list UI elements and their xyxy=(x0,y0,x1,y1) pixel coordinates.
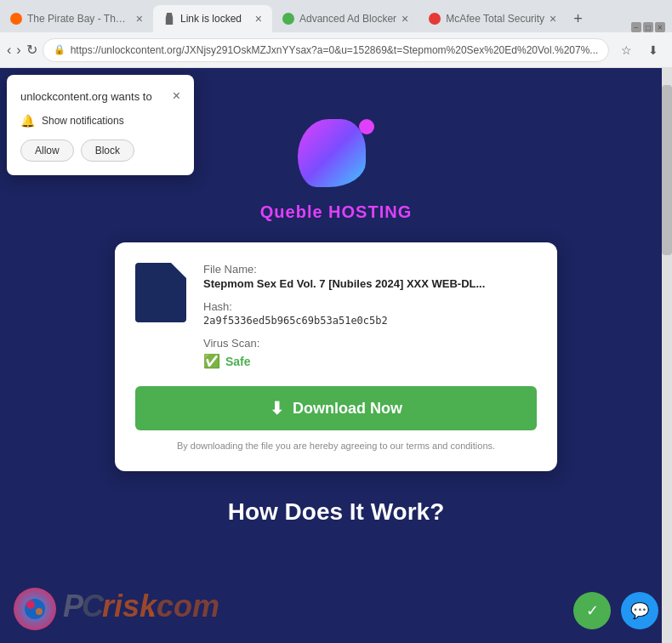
download-label: Download Now xyxy=(293,400,402,418)
notif-title: unlockcontent.org wants to xyxy=(20,90,152,103)
tab-locked[interactable]: Link is locked × xyxy=(153,5,272,32)
file-name-label: File Name: xyxy=(203,263,537,276)
tab-label-mcafee: McAfee Total Security xyxy=(446,13,544,25)
download-arrow-icon: ⬇ xyxy=(270,398,284,418)
logo-area: Queble HOSTING xyxy=(260,119,412,222)
pcrisk-circle-icon xyxy=(14,588,56,630)
safe-text: Safe xyxy=(225,355,251,368)
notif-buttons: Allow Block xyxy=(20,139,180,162)
hash-value: 2a9f5336ed5b965c69b53a51e0c5b2 xyxy=(203,315,537,327)
chat-button[interactable]: 💬 xyxy=(621,592,658,629)
window-controls: − □ × xyxy=(624,22,672,32)
forward-button[interactable]: › xyxy=(16,38,20,62)
block-button[interactable]: Block xyxy=(81,139,134,162)
how-title: How Does It Work? xyxy=(228,498,445,526)
tab-bar: The Pirate Bay - The g... × Link is lock… xyxy=(0,0,672,32)
tab-label-adblocker: Advanced Ad Blocker xyxy=(299,13,396,25)
tab-mcafee[interactable]: McAfee Total Security × xyxy=(419,5,567,32)
virus-status: ✅ Safe xyxy=(203,353,537,369)
browser-frame: The Pirate Bay - The g... × Link is lock… xyxy=(0,0,672,643)
tab-close-pirate[interactable]: × xyxy=(136,12,143,26)
scrollbar-thumb[interactable] xyxy=(662,85,672,255)
tab-close-locked[interactable]: × xyxy=(255,12,262,26)
address-actions: ☆ ⬇ 👤 ⋮ xyxy=(614,38,672,62)
notif-close-button[interactable]: × xyxy=(173,88,180,104)
tab-label-pirate: The Pirate Bay - The g... xyxy=(27,13,131,25)
tab-favicon-mcafee xyxy=(429,13,441,25)
blob-dot xyxy=(359,119,374,134)
download-indicator[interactable]: ⬇ xyxy=(641,38,665,62)
allow-button[interactable]: Allow xyxy=(20,139,74,162)
address-text: https://unlockcontent.org/JXNjsy291OskMZ… xyxy=(71,44,599,56)
terms-text: By downloading the file you are hereby a… xyxy=(135,441,537,451)
svg-point-2 xyxy=(36,608,43,615)
site-logo-text: Queble HOSTING xyxy=(260,202,412,222)
tab-adblocker[interactable]: Advanced Ad Blocker × xyxy=(272,5,419,32)
tab-favicon-lock xyxy=(163,13,175,25)
back-button[interactable]: ‹ xyxy=(7,38,11,62)
refresh-button[interactable]: ↻ xyxy=(26,38,37,62)
notification-popup: unlockcontent.org wants to × 🔔 Show noti… xyxy=(7,75,194,175)
profile-button[interactable]: 👤 xyxy=(669,38,672,62)
svg-text:C: C xyxy=(82,589,105,623)
file-details: File Name: Stepmom Sex Ed Vol. 7 [Nubile… xyxy=(203,263,537,369)
file-icon xyxy=(135,263,186,322)
bookmark-button[interactable]: ☆ xyxy=(614,38,638,62)
tab-label-locked: Link is locked xyxy=(180,13,242,25)
file-info-row: File Name: Stepmom Sex Ed Vol. 7 [Nubile… xyxy=(135,263,537,369)
svg-point-1 xyxy=(26,600,35,609)
minimize-button[interactable]: − xyxy=(631,22,641,32)
file-card: File Name: Stepmom Sex Ed Vol. 7 [Nubile… xyxy=(115,242,557,471)
tab-pirate[interactable]: The Pirate Bay - The g... × xyxy=(0,5,153,32)
address-bar: ‹ › ↻ 🔒 https://unlockcontent.org/JXNjsy… xyxy=(0,32,672,68)
pcrisk-logo: P C risk .com xyxy=(14,584,233,634)
notif-row: 🔔 Show notifications xyxy=(20,114,180,128)
notif-header: unlockcontent.org wants to × xyxy=(20,88,180,104)
page-content: unlockcontent.org wants to × 🔔 Show noti… xyxy=(0,68,672,643)
notif-subtitle: Show notifications xyxy=(42,115,124,127)
tab-favicon-pirate xyxy=(10,13,22,25)
pcrisk-text: P C risk .com xyxy=(63,584,233,634)
tab-favicon-adblocker xyxy=(282,13,294,25)
bottom-section: How Does It Work? xyxy=(228,498,445,526)
ssl-lock-icon: 🔒 xyxy=(54,44,65,55)
green-check-button[interactable]: ✓ xyxy=(573,592,611,629)
tab-close-adblocker[interactable]: × xyxy=(401,12,408,26)
bottom-right-buttons: ✓ 💬 xyxy=(573,592,658,629)
check-circle-icon: ✅ xyxy=(203,353,220,369)
close-button[interactable]: × xyxy=(655,22,665,32)
file-name-value: Stepmom Sex Ed Vol. 7 [Nubiles 2024] XXX… xyxy=(203,277,537,290)
bell-icon: 🔔 xyxy=(20,114,35,128)
maximize-button[interactable]: □ xyxy=(643,22,653,32)
hash-label: Hash: xyxy=(203,300,537,313)
virus-label: Virus Scan: xyxy=(203,337,537,350)
svg-text:.com: .com xyxy=(148,589,219,623)
new-tab-button[interactable]: + xyxy=(567,10,589,28)
logo-blob xyxy=(298,119,374,196)
scrollbar[interactable] xyxy=(662,68,672,643)
bottom-watermark: P C risk .com xyxy=(0,575,672,643)
download-button[interactable]: ⬇ Download Now xyxy=(135,386,537,430)
blob-main xyxy=(298,119,366,187)
address-input[interactable]: 🔒 https://unlockcontent.org/JXNjsy291Osk… xyxy=(43,38,610,62)
tab-close-mcafee[interactable]: × xyxy=(550,12,556,26)
